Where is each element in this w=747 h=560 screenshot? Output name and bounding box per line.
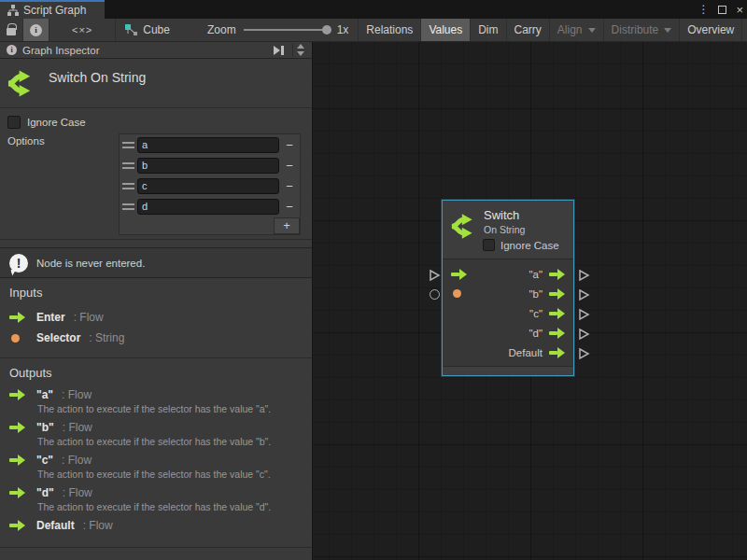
graph-canvas[interactable]: Switch On String Ignore Case "a": [313, 42, 747, 560]
port-description: The action to execute if the selector ha…: [37, 501, 303, 512]
warning-box: ! Node is never entered.: [0, 247, 312, 278]
option-item: −: [120, 196, 300, 217]
tab-strip: Script Graph ⋮ ×: [0, 0, 747, 19]
flow-arrow-icon[interactable]: [549, 269, 565, 280]
drag-handle-icon[interactable]: [120, 203, 137, 210]
options-list: − − −: [119, 133, 301, 235]
flow-arrow-icon[interactable]: [549, 308, 565, 319]
flow-arrow-icon[interactable]: [549, 288, 565, 300]
flow-arrow-icon[interactable]: [549, 347, 565, 358]
ignore-case-checkbox[interactable]: [7, 116, 21, 129]
warning-text: Node is never entered.: [36, 258, 145, 269]
add-option-button[interactable]: +: [274, 217, 300, 234]
remove-option-button[interactable]: −: [279, 200, 300, 214]
lock-icon: [7, 28, 16, 35]
lock-button[interactable]: [0, 19, 23, 41]
option-input[interactable]: [137, 178, 279, 194]
inspector-toggle-button[interactable]: i: [23, 19, 49, 41]
tab-script-graph[interactable]: Script Graph: [0, 0, 105, 19]
graph-window: Script Graph ⋮ × i <×> Cube Zoom 1x Rela…: [0, 0, 747, 560]
drag-handle-icon[interactable]: [120, 142, 137, 148]
inputs-header: Inputs: [9, 286, 303, 300]
port-description: The action to execute if the selector ha…: [37, 469, 303, 480]
window-menu-icon[interactable]: ⋮: [698, 4, 709, 15]
align-label: Align: [557, 23, 583, 36]
inspector-header: i Graph Inspector: [0, 42, 312, 59]
relations-button[interactable]: Relations: [359, 19, 421, 41]
zoom-slider-handle[interactable]: [322, 25, 331, 35]
node-port-label: Default: [509, 347, 543, 358]
maximize-icon[interactable]: [718, 6, 726, 14]
node-subtitle: On String: [484, 224, 525, 235]
dim-label: Dim: [478, 23, 498, 36]
enter-external-port[interactable]: [429, 269, 441, 282]
drag-handle-icon[interactable]: [120, 162, 137, 169]
warning-icon: !: [9, 254, 28, 273]
code-preview-button[interactable]: <×>: [49, 19, 116, 41]
relations-label: Relations: [366, 23, 413, 36]
graph-nest-icon: [125, 24, 138, 36]
graph-toolbar: i <×> Cube Zoom 1x Relations Values Dim …: [0, 19, 747, 42]
inputs-section: Inputs Enter : Flow Selector : String: [0, 278, 312, 358]
dock-panel-icon[interactable]: [271, 44, 287, 57]
enter-port-arrow-icon[interactable]: [451, 269, 467, 280]
spinner-up-icon: [297, 44, 304, 49]
selector-port-dot-icon[interactable]: [453, 289, 461, 298]
remove-option-button[interactable]: −: [279, 159, 300, 173]
info-icon: i: [7, 45, 17, 55]
remove-option-button[interactable]: −: [279, 138, 300, 152]
panel-spinner[interactable]: [292, 43, 308, 57]
code-icon: <×>: [72, 24, 92, 35]
output-external-port-b[interactable]: [578, 288, 590, 301]
dim-button[interactable]: Dim: [471, 19, 506, 41]
hierarchy-icon: [7, 5, 19, 16]
spinner-down-icon: [297, 51, 304, 56]
distribute-label: Distribute: [612, 23, 659, 36]
output-port-row: "d" : Flow The action to execute if the …: [9, 485, 303, 512]
node-ignore-case-checkbox[interactable]: [483, 239, 495, 251]
port-type: : Flow: [74, 311, 104, 324]
switch-icon: [7, 69, 36, 98]
option-add-row: +: [120, 217, 300, 234]
node-title-block: Switch On String: [0, 59, 312, 108]
node-port-row: "a": [443, 264, 573, 284]
option-input[interactable]: [137, 158, 279, 174]
port-type: : Flow: [62, 454, 92, 467]
port-name: "c": [36, 454, 53, 467]
node-header[interactable]: Switch On String Ignore Case: [443, 201, 573, 259]
close-icon[interactable]: ×: [736, 4, 743, 16]
output-external-port-default[interactable]: [578, 347, 590, 360]
output-external-port-c[interactable]: [578, 308, 590, 321]
breadcrumb[interactable]: Cube: [116, 19, 179, 41]
node-titles: Switch On String: [484, 208, 525, 235]
selector-external-port[interactable]: [430, 289, 440, 300]
drag-handle-icon[interactable]: [120, 183, 137, 189]
port-name: Enter: [36, 311, 65, 324]
output-external-port-d[interactable]: [578, 328, 590, 341]
align-dropdown[interactable]: Align: [550, 19, 604, 41]
output-port-row: Default : Flow: [9, 518, 303, 533]
overview-label: Overview: [687, 23, 734, 36]
string-port-icon: [11, 334, 20, 343]
switch-on-string-node[interactable]: Switch On String Ignore Case "a": [442, 200, 574, 376]
port-description: The action to execute if the selector ha…: [37, 403, 303, 414]
flow-arrow-icon[interactable]: [549, 328, 565, 339]
option-input[interactable]: [137, 137, 279, 153]
node-port-row: "d": [443, 323, 573, 343]
zoom-control: Zoom 1x: [179, 19, 359, 41]
distribute-dropdown[interactable]: Distribute: [604, 19, 681, 41]
option-input[interactable]: [137, 199, 279, 215]
port-description: The action to execute if the selector ha…: [37, 436, 303, 447]
port-type: : Flow: [63, 486, 92, 499]
remove-option-button[interactable]: −: [279, 179, 300, 193]
fullscreen-button[interactable]: Full Screen: [742, 19, 747, 41]
zoom-slider[interactable]: [244, 29, 330, 31]
carry-button[interactable]: Carry: [507, 19, 550, 41]
values-label: Values: [429, 23, 462, 36]
flow-arrow-icon: [9, 422, 25, 433]
output-external-port-a[interactable]: [578, 269, 590, 282]
values-button[interactable]: Values: [421, 19, 471, 41]
overview-button[interactable]: Overview: [680, 19, 742, 41]
flow-arrow-icon: [9, 520, 25, 531]
chevron-down-icon: [588, 28, 596, 33]
